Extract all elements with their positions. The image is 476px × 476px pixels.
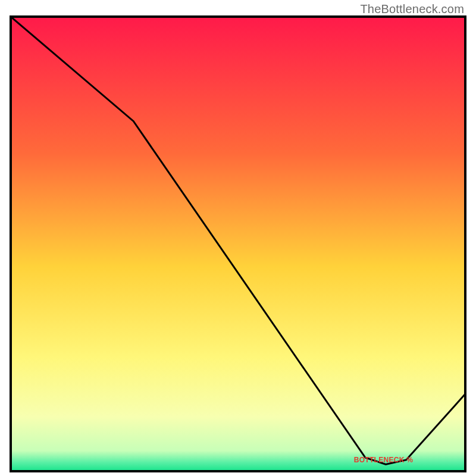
chart-container: TheBottleneck.com BOTTLENECK % [0, 0, 476, 476]
chart-svg: BOTTLENECK % [8, 14, 468, 474]
bottleneck-watermark-label: BOTTLENECK % [354, 456, 414, 464]
chart-gradient-background [11, 17, 465, 471]
